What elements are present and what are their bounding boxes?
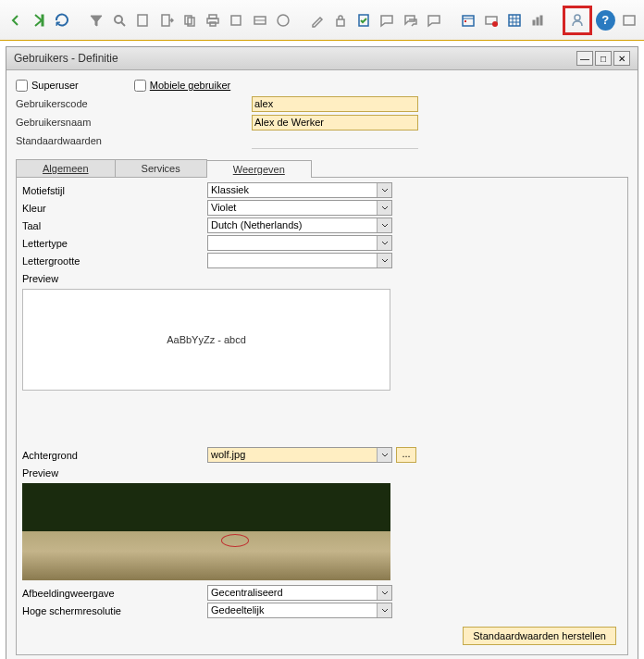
- username-label: Gebruikersnaam: [16, 117, 127, 128]
- user-settings-icon[interactable]: [567, 10, 588, 31]
- titlebar: Gebruikers - Definitie — □ ✕: [6, 47, 638, 70]
- calendar-icon[interactable]: [458, 10, 477, 31]
- color-label: Kleur: [22, 203, 207, 214]
- lang-label: Taal: [22, 220, 207, 231]
- motif-select[interactable]: Klassiek: [207, 182, 392, 198]
- chevron-down-icon: [377, 603, 391, 617]
- svg-rect-8: [210, 22, 216, 26]
- svg-rect-2: [138, 15, 147, 26]
- preview-label: Preview: [22, 273, 207, 284]
- fontsize-select[interactable]: [207, 253, 392, 268]
- refresh-icon[interactable]: [52, 10, 71, 31]
- svg-point-22: [575, 15, 580, 20]
- svg-rect-18: [509, 15, 520, 26]
- svg-point-1: [115, 16, 122, 23]
- defaults-label: Standaardwaarden: [16, 135, 127, 146]
- tab-general[interactable]: Algemeen: [16, 159, 116, 177]
- tab-display-content: Motiefstijl Klassiek Kleur Violet Taal D…: [16, 177, 628, 655]
- tab-services[interactable]: Services: [115, 159, 207, 177]
- filter-icon[interactable]: [86, 10, 105, 31]
- doc-out-icon[interactable]: [156, 10, 176, 31]
- mobile-user-label: Mobiele gebruiker: [150, 80, 230, 91]
- svg-rect-20: [537, 18, 539, 25]
- tool1-icon[interactable]: [227, 10, 246, 31]
- user-definition-window: Gebruikers - Definitie — □ ✕ Superuser M…: [6, 46, 638, 659]
- superuser-checkbox[interactable]: Superuser: [16, 80, 79, 92]
- color-select[interactable]: Violet: [207, 200, 392, 216]
- preview2-label: Preview: [22, 467, 207, 479]
- chevron-down-icon: [377, 201, 391, 215]
- imgmode-select[interactable]: Gecentraliseerd: [207, 585, 392, 601]
- nav-back-icon[interactable]: [6, 10, 25, 31]
- font-select[interactable]: [207, 235, 392, 251]
- check-doc-icon[interactable]: [354, 10, 374, 31]
- background-label: Achtergrond: [22, 450, 207, 461]
- print-icon[interactable]: [203, 10, 222, 31]
- chevron-down-icon: [377, 254, 391, 267]
- svg-point-17: [492, 21, 498, 27]
- annotation-ellipse: [221, 534, 249, 547]
- user-icon-highlight: [563, 6, 592, 35]
- chat3-icon[interactable]: [424, 10, 443, 31]
- chevron-down-icon: [377, 218, 391, 232]
- svg-rect-0: [42, 15, 43, 26]
- defaults-input[interactable]: [252, 133, 418, 149]
- edit-icon[interactable]: [307, 10, 327, 31]
- svg-point-11: [278, 15, 289, 26]
- close-button[interactable]: ✕: [613, 51, 630, 66]
- chevron-down-icon: [377, 183, 391, 197]
- chevron-down-icon: [377, 586, 391, 600]
- lock-icon[interactable]: [330, 10, 350, 31]
- window-title: Gebruikers - Definitie: [14, 52, 575, 65]
- hires-label: Hoge schermresolutie: [22, 605, 207, 616]
- background-preview: [22, 483, 390, 580]
- svg-rect-12: [337, 19, 344, 26]
- motif-label: Motiefstijl: [22, 185, 207, 196]
- minimize-button[interactable]: —: [576, 51, 593, 66]
- more-icon[interactable]: [619, 10, 638, 31]
- chevron-down-icon: [377, 236, 391, 250]
- chat1-icon[interactable]: [378, 10, 397, 31]
- mail-blocked-icon[interactable]: [481, 10, 501, 31]
- background-select[interactable]: wolf.jpg: [207, 447, 392, 463]
- usercode-input[interactable]: [252, 96, 418, 112]
- superuser-label: Superuser: [31, 80, 79, 91]
- maximize-button[interactable]: □: [595, 51, 612, 66]
- tool2-icon[interactable]: [250, 10, 269, 31]
- lang-select[interactable]: Dutch (Netherlands): [207, 218, 392, 233]
- chat2-icon[interactable]: [401, 10, 420, 31]
- svg-rect-23: [624, 16, 635, 25]
- svg-rect-3: [162, 15, 169, 26]
- chevron-down-icon: [377, 448, 391, 462]
- svg-rect-15: [464, 20, 466, 22]
- chart-icon[interactable]: [528, 10, 548, 31]
- username-input[interactable]: [252, 115, 418, 131]
- restore-defaults-button[interactable]: Standaardwaarden herstellen: [463, 627, 616, 645]
- svg-rect-9: [231, 16, 241, 25]
- tool3-icon[interactable]: [273, 10, 292, 31]
- fontsize-label: Lettergrootte: [22, 255, 207, 267]
- browse-background-button[interactable]: ...: [396, 447, 416, 463]
- hires-select[interactable]: Gedeeltelijk: [207, 603, 392, 618]
- app-toolbar: ?: [0, 0, 644, 41]
- nav-forward-icon[interactable]: [29, 10, 48, 31]
- font-preview: AaBbYyZz - abcd: [22, 289, 390, 391]
- mobile-user-checkbox[interactable]: Mobiele gebruiker: [134, 80, 230, 92]
- usercode-label: Gebruikerscode: [16, 98, 127, 109]
- help-icon[interactable]: ?: [596, 10, 615, 31]
- svg-rect-21: [540, 16, 542, 25]
- copy-icon[interactable]: [180, 10, 199, 31]
- tab-display[interactable]: Weergeven: [206, 160, 312, 178]
- svg-rect-14: [463, 16, 474, 26]
- imgmode-label: Afbeeldingweergave: [22, 588, 207, 599]
- find-icon[interactable]: [110, 10, 130, 31]
- grid-icon[interactable]: [505, 10, 525, 31]
- svg-rect-19: [533, 20, 535, 25]
- font-label: Lettertype: [22, 238, 207, 249]
- doc1-icon[interactable]: [133, 10, 153, 31]
